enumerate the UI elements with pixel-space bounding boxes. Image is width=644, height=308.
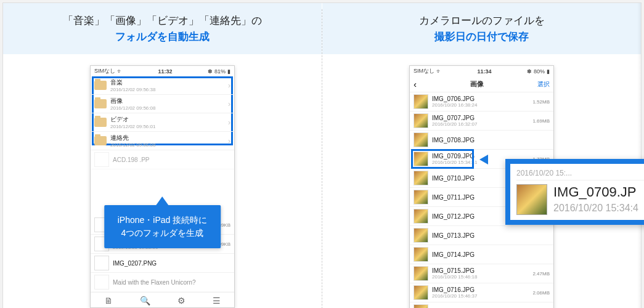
file-name: IMG_0207.PNG (113, 260, 230, 267)
folder-row[interactable]: 音楽2016/12/02 09:56:38 › (91, 76, 234, 95)
folder-list: 音楽2016/12/02 09:56:38 › 画像2016/12/02 09:… (91, 76, 234, 169)
tab-files-icon[interactable]: 🗎 (104, 296, 113, 306)
file-size: 1.69MB (532, 118, 550, 124)
left-banner: 「音楽」「画像」「ビデオ」「連絡先」の フォルダを自動生成 (3, 3, 322, 54)
file-name: IMG_0708.JPG (432, 137, 550, 144)
callout-line2: 4つのフォルダを生成 (121, 228, 204, 238)
folder-name: 音楽 (110, 78, 224, 87)
folder-date: 2016/12/02 09:56:08 (110, 105, 224, 111)
status-bar: SIMなしᯤ 11:32 ✽81%▮ (91, 66, 234, 76)
folder-date: 2016/12/02 09:56:01 (110, 124, 224, 129)
folder-row[interactable]: ビデオ2016/12/02 09:56:01 › (91, 113, 234, 132)
nav-header: ‹ 画像 選択 (410, 76, 553, 92)
file-name: IMG_0713.JPG (432, 232, 550, 239)
nav-title: 画像 (417, 79, 537, 89)
file-name: IMG_0707.JPG (432, 115, 529, 121)
zoom-prev-date: 2016/10/20 15:... (516, 169, 644, 180)
image-row[interactable]: IMG_0714.JPG (410, 245, 553, 264)
file-name: IMG_0715.JPG (432, 267, 529, 274)
thumb-icon (414, 247, 428, 262)
file-row[interactable]: Maid with the Flaxen Unicorn? (91, 273, 234, 292)
folder-name: 連絡先 (110, 134, 224, 142)
left-phone-wrap: SIMなしᯤ 11:32 ✽81%▮ 音楽2016/12/02 09:56:38… (3, 54, 322, 308)
battery-pct: 80% (534, 68, 545, 75)
image-row[interactable]: IMG_0713.JPG (410, 226, 553, 245)
folder-row[interactable]: 連絡先2016/12/02 09:56:08 › (91, 132, 234, 150)
file-size: 1.52MB (532, 99, 550, 105)
carrier-label: SIMなし (94, 67, 115, 75)
banner-text: カメラロールのファイルを (419, 15, 545, 26)
image-row[interactable]: IMG_0708.JPG (410, 131, 553, 150)
folder-icon (94, 136, 107, 145)
tab-list-icon[interactable]: ☰ (213, 296, 221, 306)
thumb-icon (414, 266, 428, 281)
folder-row[interactable]: 画像2016/12/02 09:56:08 › (91, 95, 234, 113)
left-callout: iPhone・iPad 接続時に 4つのフォルダを生成 (104, 205, 221, 248)
left-panel: 「音楽」「画像」「ビデオ」「連絡先」の フォルダを自動生成 SIMなしᯤ 11:… (3, 3, 322, 308)
banner-emph: フォルダを自動生成 (115, 31, 210, 43)
image-row[interactable]: IMG_0715.JPG2016/10/20 15:46:182.47MB (410, 264, 553, 283)
folder-icon (94, 118, 107, 127)
callout-line1: iPhone・iPad 接続時に (118, 215, 208, 225)
thumb-icon (414, 285, 428, 300)
folder-icon (94, 81, 107, 90)
wifi-icon: ᯤ (436, 68, 442, 75)
zoom-callout: 2016/10/20 15:... IMG_0709.JP 2016/10/20… (505, 159, 644, 225)
folder-date: 2016/12/02 09:56:08 (110, 142, 224, 148)
thumb-icon (414, 132, 428, 147)
right-banner: カメラロールのファイルを 撮影日の日付で保存 (322, 3, 641, 54)
thumb-icon (414, 304, 428, 308)
file-date: 2016/10/20 16:32:07 (432, 121, 529, 127)
chevron-right-icon: › (228, 137, 230, 145)
chevron-right-icon: › (228, 81, 230, 90)
file-date: 2016/10/20 16:38:24 (432, 102, 529, 108)
battery-icon: ▮ (547, 68, 550, 75)
clock: 11:34 (477, 68, 491, 75)
file-date: 2016/10/20 15:46:18 (432, 274, 529, 280)
thumb-icon (94, 275, 109, 290)
right-phone-wrap: SIMなしᯤ 11:34 ✽80%▮ ‹ 画像 選択 IMG_0706.JPG2… (322, 54, 641, 308)
battery-pct: 81% (214, 68, 226, 75)
select-button[interactable]: 選択 (537, 80, 550, 89)
thumb-icon (414, 228, 428, 243)
banner-emph: 撮影日の日付で保存 (434, 31, 529, 43)
thumb-icon (414, 113, 428, 128)
thumb-icon (414, 209, 428, 224)
thumb-icon (94, 152, 109, 167)
folder-name: ビデオ (110, 115, 224, 124)
image-row[interactable]: IMG_0707.JPG2016/10/20 16:32:071.69MB (410, 111, 553, 131)
file-size: 2.06MB (532, 290, 550, 296)
file-row[interactable]: ACD.198 .PP (91, 150, 234, 169)
battery-icon: ▮ (227, 68, 230, 75)
zoom-thumb (516, 184, 547, 215)
thumb-icon (414, 190, 428, 205)
chevron-right-icon: › (228, 118, 230, 127)
file-row[interactable]: IMG_0207.PNG (91, 254, 234, 273)
thumb-icon (414, 171, 428, 185)
image-row[interactable]: IMG_0716.JPG2016/10/20 15:46:372.06MB (410, 283, 553, 302)
file-date: 2016/10/20 15:46:37 (432, 293, 529, 299)
image-row[interactable]: IMG_0717.JPG (410, 302, 553, 308)
clock: 11:32 (158, 68, 172, 75)
file-name: IMG_0714.JPG (432, 251, 550, 258)
tab-settings-icon[interactable]: ⚙ (177, 296, 185, 306)
thumb-icon (94, 256, 109, 270)
right-panel: カメラロールのファイルを 撮影日の日付で保存 SIMなしᯤ 11:34 ✽80%… (322, 3, 641, 308)
tab-search-icon[interactable]: 🔍 (140, 296, 150, 306)
file-name: ACD.198 .PP (113, 156, 230, 163)
bt-icon: ✽ (208, 68, 213, 75)
edge-shadow (637, 3, 641, 308)
wifi-icon: ᯤ (117, 68, 123, 75)
feature-comparison: 「音楽」「画像」「ビデオ」「連絡先」の フォルダを自動生成 SIMなしᯤ 11:… (2, 2, 642, 308)
status-bar: SIMなしᯤ 11:34 ✽80%▮ (410, 66, 553, 76)
file-name: Maid with the Flaxen Unicorn? (113, 279, 230, 286)
bt-icon: ✽ (527, 68, 532, 75)
thumb-icon (414, 152, 428, 166)
folder-icon (94, 99, 107, 108)
folder-name: 画像 (110, 97, 224, 105)
folder-date: 2016/12/02 09:56:38 (110, 87, 224, 92)
file-name: IMG_0716.JPG (432, 286, 529, 293)
image-row[interactable]: IMG_0706.JPG2016/10/20 16:38:241.52MB (410, 92, 553, 111)
file-size: 2.47MB (532, 271, 550, 277)
zoom-connector (479, 155, 488, 164)
